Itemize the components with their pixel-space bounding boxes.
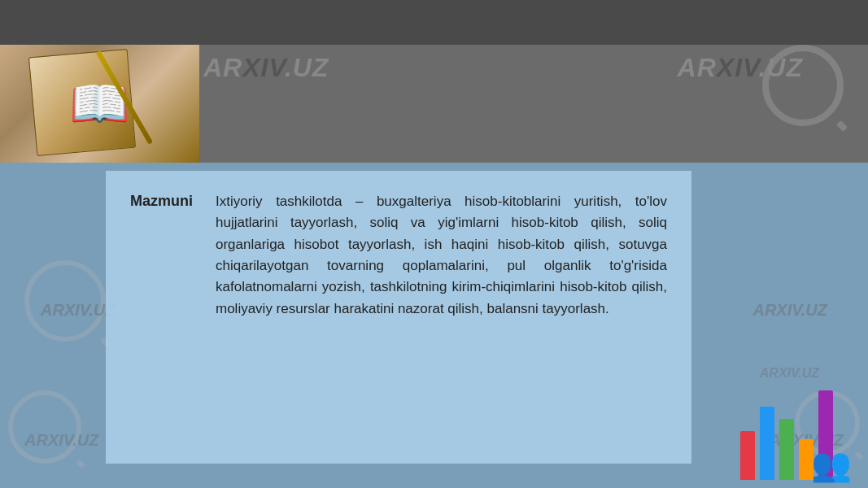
mazmuni-label: Mazmuni: [130, 191, 203, 443]
chart-bar: [740, 431, 755, 480]
search-icon-content-2: [8, 390, 81, 464]
top-bar: [0, 0, 868, 45]
people-icon: 👥: [811, 446, 852, 484]
arxiv-logo-chart-overlay: ARXIV.UZ: [760, 366, 819, 381]
book-image: [0, 45, 199, 163]
chart-bar: [760, 407, 774, 480]
chart-image: ARXIV.UZ 👥: [705, 358, 868, 488]
arxiv-logo-bottom-left: ARXIV.UZ: [24, 431, 99, 450]
arxiv-logo-content-right: ARXIV.UZ: [752, 301, 827, 320]
content-text: Ixtiyoriy tashkilotda – buxgalteriya his…: [216, 191, 667, 443]
chart-bar: [779, 419, 794, 480]
content-box: Mazmuni Ixtiyoriy tashkilotda – buxgalte…: [106, 171, 691, 464]
arxiv-logo-content-left: ARXIV.UZ: [41, 301, 116, 320]
arxiv-logo-header-left: ARXIV.UZ: [203, 53, 329, 83]
arxiv-logo-header-right: ARXIV.UZ: [678, 53, 803, 83]
